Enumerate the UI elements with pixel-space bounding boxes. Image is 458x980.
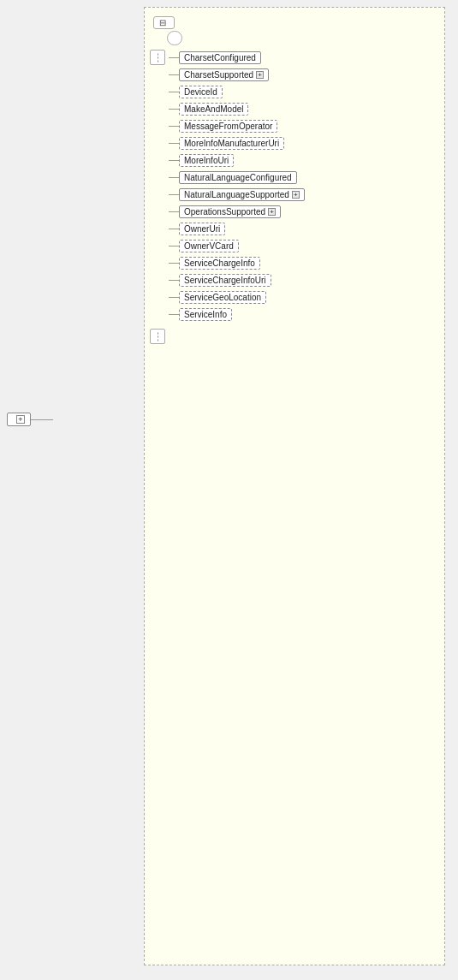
seq1-node-3: MakeAndModel xyxy=(169,101,439,116)
element-label: MessageFromOperator xyxy=(184,122,272,131)
element-label: MoreInfoManufacturerUri xyxy=(184,139,279,148)
seq1-node-8: NaturalLanguageSupported+ xyxy=(169,187,439,202)
element-box-9[interactable]: OperationsSupported+ xyxy=(179,205,281,218)
element-box-3[interactable]: MakeAndModel xyxy=(179,103,248,116)
seq1-node-12: ServiceChargeInfo xyxy=(169,255,439,270)
connector-line xyxy=(169,194,179,195)
element-box-0[interactable]: CharsetConfigured xyxy=(179,51,261,64)
seq1-node-0: CharsetConfigured xyxy=(169,50,439,65)
seq1-node-9: OperationsSupported+ xyxy=(169,204,439,219)
connector-line xyxy=(169,160,179,161)
element-label: OperationsSupported xyxy=(184,207,265,217)
seq-icon-2: --- xyxy=(150,329,165,344)
element-label: MoreInfoUri xyxy=(184,156,229,165)
connector-line xyxy=(169,57,179,58)
seq1-node-10: OwnerUri xyxy=(169,221,439,236)
expand-icon[interactable]: + xyxy=(256,71,264,79)
element-box-4[interactable]: MessageFromOperator xyxy=(179,120,277,133)
element-box-10[interactable]: OwnerUri xyxy=(179,223,225,235)
element-label: OwnerUri xyxy=(184,224,220,234)
element-box-6[interactable]: MoreInfoUri xyxy=(179,154,234,167)
root-connector xyxy=(31,419,53,420)
seq1-node-15: ServiceInfo xyxy=(169,306,439,322)
element-box-5[interactable]: MoreInfoManufacturerUri xyxy=(179,137,284,150)
element-box-13[interactable]: ServiceChargeInfoUri xyxy=(179,274,271,287)
seq1-element-list: CharsetConfiguredCharsetSupported+Device… xyxy=(169,50,439,322)
expand-icon[interactable]: + xyxy=(292,191,300,199)
seq1-node-1: CharsetSupported+ xyxy=(169,67,439,82)
element-box-7[interactable]: NaturalLanguageConfigured xyxy=(179,171,297,184)
attributes-box[interactable]: ⊟ xyxy=(153,16,175,29)
element-box-15[interactable]: ServiceInfo xyxy=(179,308,232,321)
attributes-row: ⊟ xyxy=(150,16,439,29)
element-label: CharsetConfigured xyxy=(184,53,256,62)
seq1-node-5: MoreInfoManufacturerUri xyxy=(169,135,439,151)
element-label: DeviceId xyxy=(184,87,217,97)
connector-line xyxy=(169,229,179,229)
element-label: MakeAndModel xyxy=(184,104,243,114)
connector-line xyxy=(169,263,179,264)
connector-line xyxy=(169,246,179,246)
connector-line xyxy=(169,314,179,315)
root-element-row: + xyxy=(7,413,53,426)
element-label: CharsetSupported xyxy=(184,70,253,80)
element-label: ServiceChargeInfo xyxy=(184,258,255,268)
root-element-box[interactable]: + xyxy=(7,413,31,426)
seq-icon-1: --- xyxy=(150,50,165,65)
connector-line xyxy=(169,177,179,178)
seq-elements-1: CharsetConfiguredCharsetSupported+Device… xyxy=(169,48,439,324)
seq1-node-4: MessageFromOperator xyxy=(169,118,439,134)
seq-connector-1: --- xyxy=(150,50,165,65)
connector-line xyxy=(169,109,179,110)
element-box-11[interactable]: OwnerVCard xyxy=(179,240,239,252)
element-box-14[interactable]: ServiceGeoLocation xyxy=(179,291,266,304)
connector-line xyxy=(169,211,179,212)
element-label: ServiceChargeInfoUri xyxy=(184,276,266,285)
seq1-node-7: NaturalLanguageConfigured xyxy=(169,169,439,185)
root-expand-icon[interactable]: + xyxy=(16,415,25,424)
expand-icon[interactable]: + xyxy=(268,208,276,216)
schema-diagram: + ⊟ --- CharsetConfiguredCharsetSupporte… xyxy=(0,0,458,980)
element-label: OwnerVCard xyxy=(184,241,234,251)
seq-group-1: --- CharsetConfiguredCharsetSupported+De… xyxy=(150,48,439,324)
seq-group-2: --- xyxy=(150,327,439,344)
other-tag-row xyxy=(167,33,439,43)
seq-connector-2: --- xyxy=(150,329,165,344)
seq1-node-14: ServiceGeoLocation xyxy=(169,289,439,305)
any-other-tag xyxy=(167,31,182,45)
element-box-8[interactable]: NaturalLanguageSupported+ xyxy=(179,188,305,201)
collapse-icon: ⊟ xyxy=(159,18,166,27)
element-box-1[interactable]: CharsetSupported+ xyxy=(179,68,269,81)
connector-line xyxy=(169,143,179,144)
outer-type-box: ⊟ --- CharsetConfiguredCharsetSupported+… xyxy=(144,7,445,965)
connector-line xyxy=(169,92,179,92)
seq1-node-6: MoreInfoUri xyxy=(169,152,439,168)
element-label: ServiceInfo xyxy=(184,310,227,319)
element-box-2[interactable]: DeviceId xyxy=(179,86,223,98)
connector-line xyxy=(169,280,179,281)
element-label: NaturalLanguageSupported xyxy=(184,190,289,199)
element-label: NaturalLanguageConfigured xyxy=(184,173,292,182)
connector-line xyxy=(169,126,179,127)
seq1-node-13: ServiceChargeInfoUri xyxy=(169,272,439,288)
connector-line xyxy=(169,297,179,298)
connector-line xyxy=(169,74,179,75)
seq1-node-2: DeviceId xyxy=(169,84,439,99)
seq1-node-11: OwnerVCard xyxy=(169,238,439,253)
element-box-12[interactable]: ServiceChargeInfo xyxy=(179,257,260,270)
element-label: ServiceGeoLocation xyxy=(184,293,261,302)
